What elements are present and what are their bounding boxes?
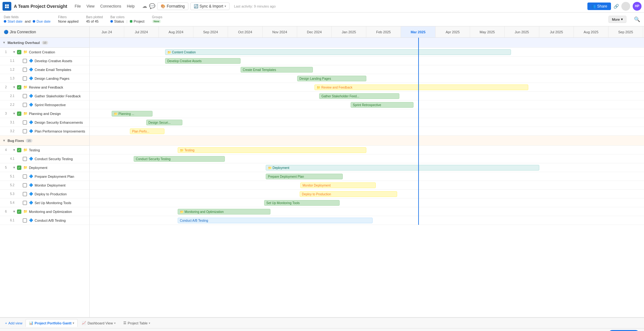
menu-file[interactable]: File (72, 3, 83, 10)
menu-connections[interactable]: Connections (98, 3, 124, 10)
checkbox-1[interactable]: ✓ (17, 50, 21, 54)
sync-import-button[interactable]: 🔄 Sync & Import ▾ (190, 3, 230, 10)
gantt-bar-4-0[interactable]: Design Landing Pages (297, 76, 366, 81)
date-fields-value[interactable]: Start date and Due date (4, 19, 51, 23)
task-row-5-3[interactable]: 5.3 🔷 Deploy to Production (0, 190, 89, 198)
gantt-bar-17-0[interactable]: Deploy to Production (300, 191, 397, 197)
task-row-6-1[interactable]: 6.1 🔷 Conduct A/B Testing (0, 216, 89, 225)
checkbox-2[interactable]: ✓ (17, 85, 21, 90)
task-num-5-2: 5.2 (10, 183, 18, 187)
tab-gantt[interactable]: 📊 Project Portfolio Gantt ▾ (25, 319, 78, 327)
formatting-button[interactable]: 🎨 Formatting (157, 3, 188, 10)
gantt-bar-6-0[interactable]: Gather Stakeholder Feed... (319, 93, 399, 99)
task-row-3[interactable]: 3 ▼ ✓ 📁 Planning and Design (0, 109, 89, 118)
tab-table[interactable]: ☰ Project Table ▾ (120, 319, 154, 327)
gantt-bar-16-0[interactable]: Monitor Deployment (300, 182, 376, 188)
task-row-5-1[interactable]: 5.1 🔷 Prepare Deployment Plan (0, 172, 89, 181)
task-row-2-2[interactable]: 2.2 🔷 Sprint Retrospective (0, 100, 89, 109)
gantt-bar-10-0[interactable]: Plan Perfo... (130, 128, 164, 134)
gantt-bar-1-0[interactable]: 📁 Content Creation (165, 49, 511, 55)
checkbox-3-2[interactable] (23, 129, 27, 133)
gantt-bar-12-0[interactable]: 📁 Testing (178, 147, 366, 153)
gantt-bar-2-0[interactable]: Develop Creative Assets (165, 58, 241, 64)
checkbox-4[interactable]: ✓ (17, 148, 21, 152)
checkbox-1-3[interactable] (23, 76, 27, 81)
task-row-1-1[interactable]: 1.1 🔷 Develop Creative Assets (0, 57, 89, 65)
checkbox-6[interactable]: ✓ (17, 209, 21, 214)
task-row-4-1[interactable]: 4.1 🔷 Conduct Security Testing (0, 155, 89, 163)
expand-5[interactable]: ▼ (13, 166, 16, 169)
gantt-row-12: 📁 Testing (90, 146, 644, 155)
task-row-1[interactable]: 1 ▼ ✓ 📁 Content Creation (0, 48, 89, 57)
gantt-row-19: 📁 Monitoring and Optimization (90, 207, 644, 216)
search-icon[interactable]: 🔍 (634, 16, 640, 22)
gantt-bar-18-0[interactable]: Set Up Monitoring Tools (264, 200, 340, 206)
gantt-bar-19-0[interactable]: 📁 Monitoring and Optimization (178, 209, 270, 214)
groups-value[interactable]: New (152, 19, 162, 23)
gantt-bar-9-0[interactable]: Design Securi... (146, 120, 182, 125)
task-num-2-2: 2.2 (10, 103, 18, 106)
gantt-bar-3-0[interactable]: Create Email Templates (241, 67, 313, 73)
checkbox-6-1[interactable] (23, 218, 27, 223)
checkbox-5-3[interactable] (23, 192, 27, 196)
tab-dashboard[interactable]: 📈 Dashboard View ▾ (78, 319, 119, 327)
bars-value[interactable]: 45 of 45 (86, 19, 103, 23)
task-row-1-2[interactable]: 1.2 🔷 Create Email Templates (0, 65, 89, 74)
bars-text: 45 of 45 (86, 19, 99, 23)
task-num-1: 1 (5, 50, 13, 54)
expand-6[interactable]: ▼ (13, 210, 16, 213)
group-header-marketing[interactable]: ▼ Marketing Overhaul 10 (0, 38, 89, 48)
gantt-bar-8-0[interactable]: 📁 Planning ... (112, 111, 153, 117)
task-row-6[interactable]: 6 ▼ ✓ 📁 Monitoring and Optimization (0, 207, 89, 216)
expand-4[interactable]: ▼ (13, 148, 16, 152)
task-row-2[interactable]: 2 ▼ ✓ 📁 Review and Feedback (0, 83, 89, 92)
story-icon-1-3: 🔷 (29, 76, 33, 80)
task-row-5[interactable]: 5 ▼ ✓ 📁 Deployment (0, 163, 89, 172)
month-cell-7: Jan 2025 (332, 26, 366, 37)
checkbox-5-1[interactable] (23, 174, 27, 179)
gantt-bar-5-0[interactable]: 📁 Review and Feedback (314, 84, 528, 90)
checkbox-5[interactable]: ✓ (17, 166, 21, 170)
task-row-1-3[interactable]: 1.3 🔷 Design Landing Pages (0, 74, 89, 83)
add-view-button[interactable]: + Add view (3, 320, 25, 326)
gantt-bar-15-0[interactable]: Prepare Deployment Plan (266, 174, 343, 179)
app-logo (3, 2, 11, 11)
expand-2[interactable]: ▼ (13, 85, 16, 89)
task-row-5-2[interactable]: 5.2 🔷 Monitor Deployment (0, 181, 89, 190)
group-header-bugfixes[interactable]: ▼ Bug Fixes 15 (0, 136, 89, 146)
date-and: and (24, 19, 31, 23)
checkbox-1-2[interactable] (23, 68, 27, 72)
task-title-2-2: Sprint Retrospective (35, 103, 66, 107)
expand-1[interactable]: ▼ (13, 50, 16, 54)
checkbox-2-2[interactable] (23, 103, 27, 107)
groups-label: Groups (152, 15, 162, 19)
task-row-3-1[interactable]: 3.1 🔷 Design Security Enhancements (0, 118, 89, 127)
gantt-bar-13-0[interactable]: Conduct Security Testing (134, 156, 225, 162)
task-row-5-4[interactable]: 5.4 🔷 Set Up Monitoring Tools (0, 198, 89, 207)
checkbox-3[interactable]: ✓ (17, 111, 21, 116)
gantt-bar-14-0[interactable]: 📁 Deployment (266, 165, 539, 171)
bar-colors-value[interactable]: Status | Project (110, 19, 144, 23)
share-button[interactable]: 👥 Share (587, 3, 611, 10)
checkbox-3-1[interactable] (23, 120, 27, 125)
task-num-5-4: 5.4 (10, 201, 18, 204)
link-icon[interactable]: 🔗 (613, 4, 619, 9)
gantt-bar-7-0[interactable]: Sprint Retrospective (351, 102, 414, 108)
expand-3[interactable]: ▼ (13, 112, 16, 115)
task-row-2-1[interactable]: 2.1 🔷 Gather Stakeholder Feedback (0, 92, 89, 100)
checkbox-1-1[interactable] (23, 59, 27, 63)
task-row-4[interactable]: 4 ▼ ✓ 📁 Testing (0, 146, 89, 155)
filters-value[interactable]: None applied (58, 19, 79, 23)
checkbox-5-2[interactable] (23, 183, 27, 187)
gantt-area[interactable]: Jun 24Jul 2024Aug 2024Sep 2024Oct 2024No… (90, 26, 644, 317)
menu-view[interactable]: View (84, 3, 97, 10)
checkbox-2-1[interactable] (23, 94, 27, 98)
menu-help[interactable]: Help (124, 3, 137, 10)
month-cell-6: Dec 2024 (297, 26, 332, 37)
more-button[interactable]: More ▾ (608, 16, 626, 23)
gantt-bar-20-0[interactable]: Conduct A/B Testing (178, 218, 373, 223)
checkbox-5-4[interactable] (23, 201, 27, 205)
task-row-3-2[interactable]: 3.2 🔷 Plan Performance Improvements (0, 127, 89, 136)
plus-icon: + (5, 321, 7, 325)
checkbox-4-1[interactable] (23, 157, 27, 161)
